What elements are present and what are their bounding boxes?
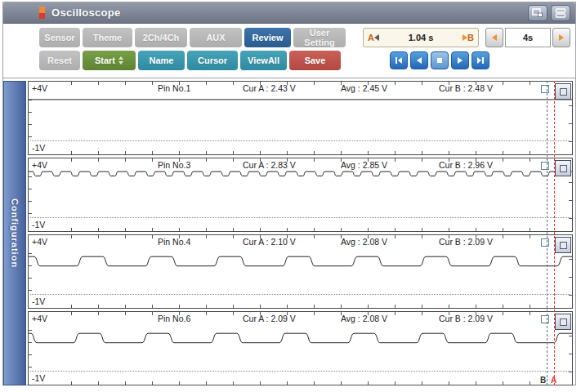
playback-last-button[interactable] xyxy=(472,51,489,69)
playback-next-button[interactable] xyxy=(451,51,469,69)
app-icon xyxy=(39,7,45,19)
main-area: Configuration +4V Pin No.1 Cur A : 2.43 … xyxy=(3,78,575,387)
play-forward-icon xyxy=(456,56,464,65)
cursor-b-value: Cur B : 2.48 V xyxy=(439,83,493,93)
cursor-b-value: Cur B : 2.96 V xyxy=(439,160,493,170)
cursor-a-value: Cur A : 2.43 V xyxy=(243,83,296,93)
ab-range-display[interactable]: A 1.04 s B xyxy=(363,28,479,47)
timebase-value[interactable]: 4s xyxy=(505,28,551,47)
channel-select-checkbox[interactable] xyxy=(541,85,549,93)
ab-range-value: 1.04 s xyxy=(379,33,463,42)
pin-label: Pin No.1 xyxy=(158,83,190,93)
configuration-tab-label: Configuration xyxy=(10,198,20,268)
pin-label: Pin No.3 xyxy=(158,160,190,170)
cursor-b-value: Cur B : 2.09 V xyxy=(439,237,493,247)
channel-zoom-button[interactable] xyxy=(555,160,571,176)
oscilloscope-window: Oscilloscope Sensor Theme 2Ch/4Ch AUX xyxy=(2,2,576,385)
cursor-a-letter: A xyxy=(368,33,374,42)
zoom-icon xyxy=(560,318,567,326)
channel-select-checkbox[interactable] xyxy=(541,238,549,247)
cursor-button[interactable]: Cursor xyxy=(187,51,238,70)
cursor-b-value: Cur B : 2.09 V xyxy=(439,314,493,323)
restore-window-button[interactable] xyxy=(528,5,547,21)
playback-stop-button[interactable] xyxy=(431,51,449,69)
rollup-window-button[interactable] xyxy=(551,5,570,21)
pin-label: Pin No.4 xyxy=(158,237,190,247)
start-spinner-icon xyxy=(118,56,123,65)
avg-value: Avg : 2.08 V xyxy=(341,237,387,247)
vmax-label: +4V xyxy=(32,314,47,323)
channel-mode-button[interactable]: 2Ch/4Ch xyxy=(135,28,187,47)
start-button[interactable]: Start xyxy=(83,51,136,70)
review-button[interactable]: Review xyxy=(244,28,291,47)
stop-icon xyxy=(436,56,444,65)
timebase-prev-button[interactable] xyxy=(485,28,503,47)
playback-controls xyxy=(390,51,489,69)
toolbar-row-1: Sensor Theme 2Ch/4Ch AUX Review User Set… xyxy=(39,27,575,47)
playback-first-button[interactable] xyxy=(390,51,408,69)
aux-button[interactable]: AUX xyxy=(190,28,242,47)
zoom-icon xyxy=(560,165,567,172)
avg-value: Avg : 2.85 V xyxy=(341,160,387,170)
viewall-button[interactable]: ViewAll xyxy=(240,51,287,70)
left-arrow-icon xyxy=(492,34,497,41)
playback-prev-button[interactable] xyxy=(410,51,428,69)
sensor-button[interactable]: Sensor xyxy=(39,28,80,47)
play-back-icon xyxy=(415,56,423,65)
channel-panel-1: +4V Pin No.1 Cur A : 2.43 V Avg : 2.45 V… xyxy=(28,81,573,155)
channel-zoom-button[interactable] xyxy=(555,83,571,100)
channel-select-checkbox[interactable] xyxy=(541,315,549,323)
channel-panel-4: +4V Pin No.6 Cur A : 2.09 V Avg : 2.08 V… xyxy=(28,311,573,385)
configuration-tab[interactable]: Configuration xyxy=(3,81,26,385)
avg-value: Avg : 2.45 V xyxy=(341,83,387,93)
restore-icon xyxy=(532,8,543,18)
vmax-label: +4V xyxy=(32,83,47,93)
pin-label: Pin No.6 xyxy=(158,314,190,323)
cursor-a-value: Cur A : 2.09 V xyxy=(243,314,296,323)
reset-button[interactable]: Reset xyxy=(39,51,80,70)
title-bar: Oscilloscope xyxy=(3,2,575,24)
channel-zoom-button[interactable] xyxy=(555,237,571,253)
cursor-a-value: Cur A : 2.10 V xyxy=(243,237,296,247)
zoom-icon xyxy=(560,242,567,249)
vmin-label: -1V xyxy=(32,373,45,383)
vmin-label: -1V xyxy=(32,220,45,229)
rollup-icon xyxy=(555,8,566,18)
window-title: Oscilloscope xyxy=(51,7,121,19)
zoom-icon xyxy=(560,88,567,96)
vmax-label: +4V xyxy=(32,160,47,170)
vmax-label: +4V xyxy=(32,237,47,247)
avg-value: Avg : 2.08 V xyxy=(341,314,387,323)
vmin-label: -1V xyxy=(32,296,45,306)
cursor-a-value: Cur A : 2.83 V xyxy=(243,160,296,170)
timebase-next-button[interactable] xyxy=(552,28,570,47)
cursor-b-letter: B xyxy=(467,33,474,42)
start-button-label: Start xyxy=(95,56,115,65)
toolbar-row-2: Reset Start Name Cursor ViewAll Save xyxy=(39,50,575,70)
channel-panel-2: +4V Pin No.3 Cur A : 2.83 V Avg : 2.85 V… xyxy=(28,158,573,232)
theme-button[interactable]: Theme xyxy=(83,28,132,47)
channel-select-checkbox[interactable] xyxy=(541,162,549,170)
skip-start-icon xyxy=(395,56,403,65)
vmin-label: -1V xyxy=(32,143,45,153)
toolbar: Sensor Theme 2Ch/4Ch AUX Review User Set… xyxy=(3,24,575,76)
right-arrow-icon xyxy=(559,34,564,41)
save-button[interactable]: Save xyxy=(289,51,341,70)
name-button[interactable]: Name xyxy=(138,51,185,70)
channel-zoom-button[interactable] xyxy=(555,314,571,330)
channel-panels: +4V Pin No.1 Cur A : 2.43 V Avg : 2.45 V… xyxy=(28,81,573,385)
channel-panel-3: +4V Pin No.4 Cur A : 2.10 V Avg : 2.08 V… xyxy=(28,234,573,309)
skip-end-icon xyxy=(476,56,485,65)
user-setting-button[interactable]: User Setting xyxy=(293,28,346,47)
